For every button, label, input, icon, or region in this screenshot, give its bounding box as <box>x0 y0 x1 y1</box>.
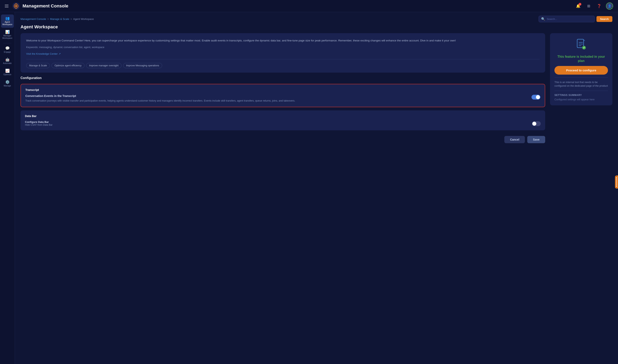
content-area: Welcome to your Workspace Command Center… <box>15 33 618 364</box>
svg-point-1 <box>15 5 17 7</box>
toggle-thumb <box>536 95 540 99</box>
sidebar-label-automate: Automate <box>3 62 12 65</box>
sidebar-label-manager-workspace: Manager Workspace <box>2 35 13 39</box>
hamburger-button[interactable] <box>5 5 8 7</box>
edge-tab-dot-5 <box>616 186 617 187</box>
sidebar-item-agent-workspace[interactable]: 👥 Agent Workspace <box>1 14 14 28</box>
feature-card: ✓ This feature is included in your plan … <box>550 33 612 105</box>
agent-workspace-icon: 👥 <box>5 16 10 20</box>
search-icon: 🔍 <box>541 17 545 21</box>
engage-icon: 💬 <box>5 46 10 50</box>
notifications-badge: 2 <box>579 3 581 6</box>
configuration-title: Configuration <box>21 76 545 80</box>
sidebar: 👥 Agent Workspace 📊 Manager Workspace 💬 … <box>0 12 15 364</box>
sidebar-item-engage[interactable]: 💬 Engage <box>1 44 14 55</box>
logo-icon <box>13 2 20 10</box>
optimize-icon: 📈 <box>5 69 10 73</box>
svg-text:✓: ✓ <box>583 46 585 49</box>
conversation-events-row: Conversation Events in the Transcript Tr… <box>25 94 540 103</box>
data-bar-card: Data Bar Configure Data Bar Hide CSAT fr… <box>21 110 545 130</box>
feature-included-text: This feature is included in your plan <box>554 55 608 63</box>
breadcrumb-level2[interactable]: Manage & Scale <box>50 17 69 21</box>
tag-improve-messaging: Improve Messaging operations <box>123 63 162 68</box>
sidebar-item-optimize[interactable]: 📈 Optimize <box>1 67 14 78</box>
manage-icon: ⚙️ <box>5 80 10 84</box>
data-bar-section-title: Data Bar <box>25 115 541 118</box>
info-keywords: Keywords: messaging, dynamic conversatio… <box>26 46 539 49</box>
sidebar-label-agent-workspace: Agent Workspace <box>2 21 13 26</box>
settings-summary-title: SETTINGS SUMMARY <box>554 94 608 97</box>
page-title: Agent Workspace <box>21 24 612 30</box>
search-bar: 🔍 Search <box>539 16 612 22</box>
right-edge-tab[interactable] <box>615 176 618 189</box>
conversation-events-text: Conversation Events in the Transcript Tr… <box>25 94 529 103</box>
data-bar-text: Configure Data Bar Hide CSAT from Data B… <box>25 120 53 126</box>
external-link-icon: ↗ <box>59 52 61 55</box>
breadcrumb: Management Console > Manage & Scale > Ag… <box>21 17 535 21</box>
sidebar-divider-1 <box>3 43 12 43</box>
tag-row: Manage & Scale Optimize agent efficiency… <box>26 59 539 68</box>
sidebar-item-manage[interactable]: ⚙️ Manage <box>1 78 14 89</box>
internal-note: This is an internal tool that needs to b… <box>554 80 608 88</box>
feature-document-icon: ✓ <box>576 39 586 52</box>
tag-optimize-agent: Optimize agent efficiency <box>52 63 84 68</box>
search-button[interactable]: Search <box>596 16 612 22</box>
left-panel: Welcome to your Workspace Command Center… <box>21 33 545 358</box>
cancel-button[interactable]: Cancel <box>504 136 525 143</box>
main-content: Management Console > Manage & Scale > Ag… <box>15 12 618 364</box>
layers-button[interactable]: ⊞ <box>585 2 592 10</box>
conversation-events-desc: Track conversation journeys with visible… <box>25 99 529 103</box>
data-bar-row: Configure Data Bar Hide CSAT from Data B… <box>25 120 541 126</box>
edge-tab-dot-4 <box>616 184 617 185</box>
save-button[interactable]: Save <box>527 136 545 143</box>
breadcrumb-root[interactable]: Management Console <box>21 17 46 21</box>
sidebar-item-manager-workspace[interactable]: 📊 Manager Workspace <box>1 28 14 41</box>
proceed-button[interactable]: Proceed to configure <box>554 66 608 75</box>
sidebar-label-engage: Engage <box>4 51 11 53</box>
right-panel: ✓ This feature is included in your plan … <box>550 33 612 358</box>
avatar-online-dot <box>611 7 613 9</box>
top-nav: Management Console 🔔 2 ⊞ ❓ 👤 <box>0 0 618 12</box>
conversation-events-label: Conversation Events in the Transcript <box>25 94 529 98</box>
breadcrumb-sep-2: > <box>70 17 72 21</box>
body-layout: 👥 Agent Workspace 📊 Manager Workspace 💬 … <box>0 12 618 364</box>
search-input-wrap: 🔍 <box>539 16 595 22</box>
top-nav-actions: 🔔 2 ⊞ ❓ 👤 <box>575 2 613 10</box>
data-bar-sub: Hide CSAT from Data Bar <box>25 123 53 126</box>
data-bar-toggle[interactable] <box>532 121 541 126</box>
help-button[interactable]: ❓ <box>595 2 603 10</box>
action-row: Cancel Save <box>21 133 545 143</box>
sidebar-label-manage: Manage <box>4 85 11 87</box>
settings-summary-section: SETTINGS SUMMARY Configured settings wil… <box>554 94 608 101</box>
tag-manage-scale: Manage & Scale <box>26 63 50 68</box>
edge-tab-dot-3 <box>616 182 617 182</box>
app-title: Management Console <box>23 3 575 9</box>
tag-improve-manager: Improve manager oversight <box>86 63 121 68</box>
manager-workspace-icon: 📊 <box>5 30 10 34</box>
conversation-events-toggle[interactable] <box>531 95 540 100</box>
svg-rect-6 <box>577 39 584 48</box>
data-bar-label: Configure Data Bar <box>25 120 53 123</box>
edge-tab-dot-1 <box>616 178 617 179</box>
settings-summary-text: Configured settings will appear here <box>554 98 608 101</box>
notifications-button[interactable]: 🔔 2 <box>575 2 582 10</box>
sidebar-label-optimize: Optimize <box>3 73 11 76</box>
automate-icon: 🤖 <box>5 58 10 61</box>
avatar[interactable]: 👤 <box>606 2 613 10</box>
transcript-card: Transcript Conversation Events in the Tr… <box>21 84 545 107</box>
transcript-section-title: Transcript <box>25 88 540 91</box>
breadcrumb-current: Agent Workspace <box>73 17 94 21</box>
edge-tab-dot-2 <box>616 180 617 181</box>
page-title-row: Agent Workspace <box>15 24 618 33</box>
info-card: Welcome to your Workspace Command Center… <box>21 33 545 73</box>
data-bar-toggle-thumb <box>532 122 536 126</box>
sidebar-item-automate[interactable]: 🤖 Automate <box>1 56 14 66</box>
configuration-section: Configuration Transcript Conversation Ev… <box>21 76 545 143</box>
feature-card-divider-2 <box>554 91 608 91</box>
breadcrumb-sep-1: > <box>47 17 49 21</box>
top-bar: Management Console > Manage & Scale > Ag… <box>15 12 618 24</box>
search-input[interactable] <box>547 17 592 21</box>
knowledge-link[interactable]: Visit the Knowledge Center ↗ <box>26 52 61 55</box>
knowledge-link-text: Visit the Knowledge Center <box>26 52 58 55</box>
info-description: Welcome to your Workspace Command Center… <box>26 39 539 43</box>
